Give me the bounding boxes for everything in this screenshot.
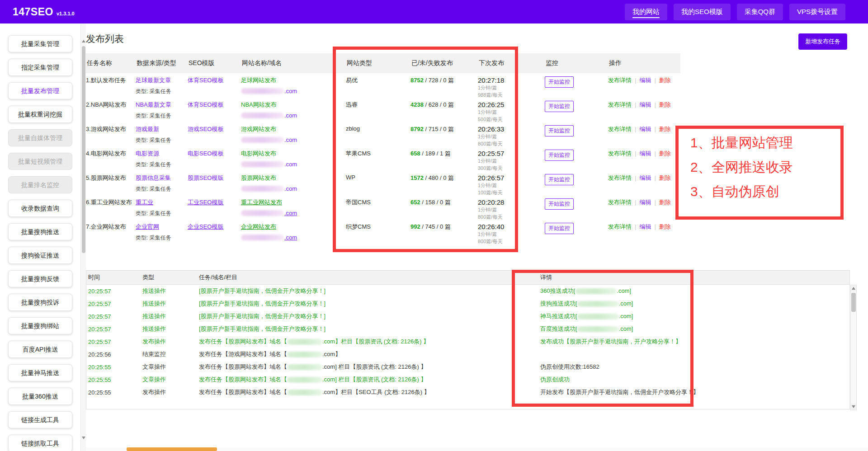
sidebar-item[interactable]: 链接抓取工具 — [8, 435, 72, 451]
column-header: 网站名称/域名 — [241, 59, 346, 67]
sidebar-item[interactable]: 批量搜狗推送 — [8, 223, 72, 240]
daily-quota: 800篇/每天 — [478, 238, 545, 245]
publish-counts: 8792 / 715 / 0 篇 — [410, 125, 478, 133]
publish-details-link[interactable]: 发布详情 — [608, 150, 632, 157]
sidebar-item[interactable]: 批量神马推送 — [8, 364, 72, 381]
log-detail: 神马推送成功[.com] — [538, 312, 849, 320]
sidebar-item[interactable]: 批量搜狗反馈 — [8, 270, 72, 287]
start-monitor-button[interactable]: 开始监控 — [545, 150, 574, 161]
seo-template-link[interactable]: 电影SEO模板 — [188, 150, 223, 158]
sidebar-item[interactable]: 百度API推送 — [8, 341, 72, 358]
sidebar-item[interactable]: 链接生成工具 — [8, 411, 72, 428]
seo-template-link[interactable]: 体育SEO模板 — [188, 76, 223, 85]
log-text: 神马推送成功[ — [540, 313, 577, 319]
source-link[interactable]: 游戏最新 — [136, 125, 159, 133]
sidebar-scrollbar[interactable] — [80, 23, 86, 451]
site-name-link[interactable]: 电影网站发布 — [241, 150, 346, 158]
scroll-up-icon[interactable] — [851, 285, 856, 291]
delete-link[interactable]: 删除 — [659, 77, 671, 84]
delete-link[interactable]: 删除 — [659, 150, 671, 157]
delete-link[interactable]: 删除 — [659, 199, 671, 206]
site-name-link[interactable]: 游戏网站发布 — [241, 125, 346, 133]
edit-link[interactable]: 编辑 — [639, 174, 651, 181]
site-name-link[interactable]: NBA网站发布 — [241, 101, 346, 109]
publish-details-link[interactable]: 发布详情 — [608, 174, 632, 181]
domain-suffix: .com — [284, 88, 297, 94]
scroll-up-icon[interactable] — [82, 40, 85, 42]
start-monitor-button[interactable]: 开始监控 — [545, 198, 574, 210]
sidebar-item[interactable]: 搜狗验证推送 — [8, 247, 72, 264]
publish-details-link[interactable]: 发布详情 — [608, 77, 632, 84]
publish-details-link[interactable]: 发布详情 — [608, 126, 632, 132]
source-link[interactable]: 电影资源 — [136, 150, 159, 158]
seo-template-link[interactable]: 工业SEO模版 — [188, 198, 223, 207]
nav-item[interactable]: 我的SEO模版 — [674, 4, 731, 20]
edit-link[interactable]: 编辑 — [639, 77, 651, 84]
log-detail: 发布成功【股票开户新手避坑指南，开户攻略分享！】 — [538, 338, 849, 346]
site-name-link[interactable]: 足球网站发布 — [241, 76, 346, 85]
nav-item[interactable]: VPS拨号设置 — [789, 4, 845, 20]
monitor-cell: 开始监控 — [545, 101, 608, 112]
sidebar-item[interactable]: 收录数据查询 — [8, 200, 72, 217]
scroll-down-icon[interactable] — [851, 404, 856, 410]
sidebar-item[interactable]: 批量发布管理 — [8, 82, 72, 99]
log-time: 20:25:56 — [86, 351, 141, 358]
seo-template-link[interactable]: 体育SEO模板 — [188, 101, 223, 109]
source-link[interactable]: 股票信息采集 — [136, 174, 171, 182]
log-scrollbar-thumb[interactable] — [851, 293, 856, 312]
source-link[interactable]: NBA最新文章 — [136, 101, 171, 109]
publish-details-link[interactable]: 发布详情 — [608, 199, 632, 206]
publish-details-link[interactable]: 发布详情 — [608, 223, 632, 230]
source-link[interactable]: 企业官网 — [136, 223, 159, 231]
delete-link[interactable]: 删除 — [659, 126, 671, 132]
edit-link[interactable]: 编辑 — [639, 101, 651, 108]
start-monitor-button[interactable]: 开始监控 — [545, 174, 574, 185]
sidebar-item[interactable]: 批量权重词挖掘 — [8, 106, 72, 123]
edit-link[interactable]: 编辑 — [639, 126, 651, 132]
site-name-link[interactable]: 企业网站发布 — [241, 223, 346, 231]
source-link[interactable]: 足球最新文章 — [136, 76, 171, 85]
next-publish-cell: 20:25:571分钟/篇300篇/每天 — [478, 150, 545, 172]
task-table-body: 1.默认发布任务足球最新文章类型: 采集任务体育SEO模板足球网站发布.com易… — [86, 73, 680, 244]
start-monitor-button[interactable]: 开始监控 — [545, 125, 574, 136]
log-type: 推送操作 — [141, 287, 197, 295]
nav-item[interactable]: 我的网站 — [625, 4, 667, 20]
site-type: 苹果CMS — [346, 150, 410, 158]
nav-item-label: VPS拨号设置 — [797, 8, 838, 15]
scroll-down-icon[interactable] — [82, 437, 85, 439]
sidebar-item[interactable]: 指定采集管理 — [8, 59, 72, 76]
log-detail: 伪原创使用次数:16582 — [538, 363, 849, 371]
source-link[interactable]: 重工业 — [136, 198, 153, 207]
edit-link[interactable]: 编辑 — [639, 199, 651, 206]
separator: | — [654, 223, 656, 230]
separator: | — [654, 174, 656, 181]
start-monitor-button[interactable]: 开始监控 — [545, 76, 574, 88]
next-publish-cell: 20:26:251分钟/篇500篇/每天 — [478, 101, 545, 123]
horizontal-scrollbar-thumb[interactable] — [127, 447, 217, 451]
log-scrollbar[interactable] — [850, 285, 857, 410]
start-monitor-button[interactable]: 开始监控 — [545, 101, 574, 112]
delete-link[interactable]: 删除 — [659, 174, 671, 181]
site-name-link[interactable]: 重工业网站发布 — [241, 198, 346, 207]
site-name-link[interactable]: 股票网站发布 — [241, 174, 346, 182]
column-header: SEO模版 — [188, 59, 241, 67]
site-cell: 游戏网站发布.com — [241, 125, 346, 143]
sidebar-item[interactable]: 批量360推送 — [8, 388, 72, 405]
seo-template-link[interactable]: 股票SEO模版 — [188, 174, 223, 182]
nav-item[interactable]: 采集QQ群 — [737, 4, 783, 20]
add-task-button[interactable]: 新增发布任务 — [798, 33, 847, 50]
seo-template-link[interactable]: 游戏SEO模板 — [188, 125, 223, 133]
start-monitor-button[interactable]: 开始监控 — [545, 223, 574, 234]
edit-link[interactable]: 编辑 — [639, 150, 651, 157]
sidebar-item[interactable]: 批量采集管理 — [8, 35, 72, 52]
delete-link[interactable]: 删除 — [659, 223, 671, 230]
log-time: 20:25:57 — [86, 301, 141, 307]
publish-details-link[interactable]: 发布详情 — [608, 101, 632, 108]
sidebar-scrollbar-thumb[interactable] — [82, 46, 85, 253]
sidebar-item[interactable]: 批量搜狗投诉 — [8, 294, 72, 311]
sidebar-item[interactable]: 批量搜狗绑站 — [8, 317, 72, 334]
site-cell: 股票网站发布.com — [241, 174, 346, 192]
seo-template-link[interactable]: 企业SEO模版 — [188, 223, 223, 231]
edit-link[interactable]: 编辑 — [639, 223, 651, 230]
delete-link[interactable]: 删除 — [659, 101, 671, 108]
